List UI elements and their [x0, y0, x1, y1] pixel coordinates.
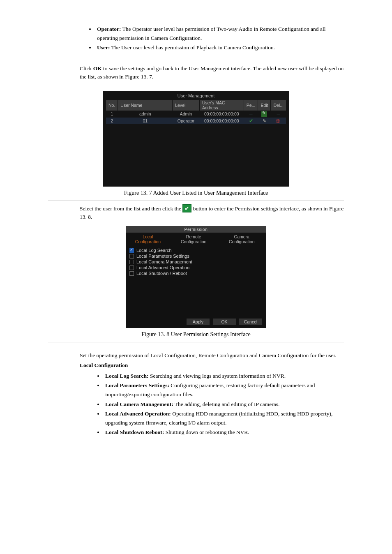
checkbox-icon[interactable] [129, 265, 134, 270]
step-5-text: Click OK to save the settings and go bac… [80, 65, 344, 81]
local-configuration-heading: Local Configuration [80, 361, 344, 369]
perm-item-local-parameters[interactable]: Local Parameters Settings [129, 253, 263, 259]
perm-item-local-camera-mgmt[interactable]: Local Camera Management [129, 259, 263, 265]
dash-icon: – [248, 111, 254, 117]
tab-camera-configuration[interactable]: Camera Configuration [218, 233, 266, 246]
dash-icon: – [275, 111, 281, 117]
cancel-button[interactable]: Cancel [239, 318, 263, 325]
tab-remote-configuration[interactable]: Remote Configuration [170, 233, 218, 246]
col-header-username[interactable]: User Name [118, 100, 173, 111]
table-row[interactable]: 2 01 Operator 00:00:00:00:00:00 ✔ ✎ 🗑 [106, 118, 286, 124]
col-header-no[interactable]: No. [106, 100, 118, 111]
section-divider [48, 342, 344, 342]
perm-item-local-shutdown[interactable]: Local Shutdown / Reboot [129, 270, 263, 276]
permission-dialog: Permission Local Configuration Remote Co… [126, 226, 266, 328]
ok-label: OK [93, 65, 102, 72]
col-header-mac[interactable]: User's MAC Address [199, 100, 244, 111]
ok-button[interactable]: OK [212, 318, 236, 325]
table-row[interactable]: 1 admin Admin 00:00:00:00:00:00 – – [106, 111, 286, 117]
operator-level-name: Operator: [97, 26, 121, 32]
trash-icon[interactable]: 🗑 [275, 118, 281, 124]
user-level-name: User: [97, 44, 110, 51]
permission-dialog-title: Permission [126, 226, 266, 233]
list-item: Local Shutdown Reboot: Shutting down or … [104, 428, 344, 437]
check-icon[interactable]: ✔ [248, 118, 254, 124]
apply-button[interactable]: Apply [186, 318, 210, 325]
checkbox-icon[interactable] [129, 254, 134, 259]
checkbox-icon[interactable] [129, 271, 134, 276]
figure-13-7-caption: Figure 13. 7 Added User Listed in User M… [48, 190, 344, 196]
user-management-panel: User Management No. User Name Level User… [103, 91, 289, 186]
checkbox-icon[interactable] [129, 260, 134, 264]
permission-icon[interactable]: ✔ [182, 204, 191, 212]
tab-local-configuration[interactable]: Local Configuration [126, 233, 170, 246]
list-item: Local Camera Management: The adding, del… [104, 400, 344, 409]
col-header-level[interactable]: Level [173, 100, 200, 111]
perm-item-local-log-search[interactable]: Local Log Search [129, 247, 263, 253]
user-bullet-text: The User user level has permission of Pl… [110, 44, 275, 51]
list-item: Local Advanced Operation: Operating HDD … [104, 409, 344, 427]
col-header-edit[interactable]: Edit [258, 100, 271, 111]
section-divider [48, 201, 344, 201]
checkbox-icon[interactable] [129, 248, 134, 253]
col-header-delete[interactable]: Del... [271, 100, 286, 111]
step-7-text: Set the operating permission of Local Co… [80, 351, 344, 360]
list-item: Local Log Search: Searching and viewing … [104, 372, 344, 381]
perm-item-local-advanced[interactable]: Local Advanced Operation [129, 265, 263, 270]
table-empty-area [106, 124, 286, 183]
operator-bullet-text: The Operator user level has permission o… [97, 26, 325, 41]
step-6-text: Select the user from the list and then c… [80, 204, 344, 222]
figure-13-8-caption: Figure 13. 8 User Permission Settings In… [48, 331, 344, 338]
edit-icon[interactable] [261, 111, 267, 117]
user-management-title: User Management [106, 93, 286, 98]
user-table: No. User Name Level User's MAC Address P… [106, 100, 286, 183]
pencil-icon[interactable]: ✎ [261, 118, 267, 124]
list-item: Local Parameters Settings: Configuring p… [104, 381, 344, 399]
col-header-permission[interactable]: Pe... [244, 100, 258, 111]
